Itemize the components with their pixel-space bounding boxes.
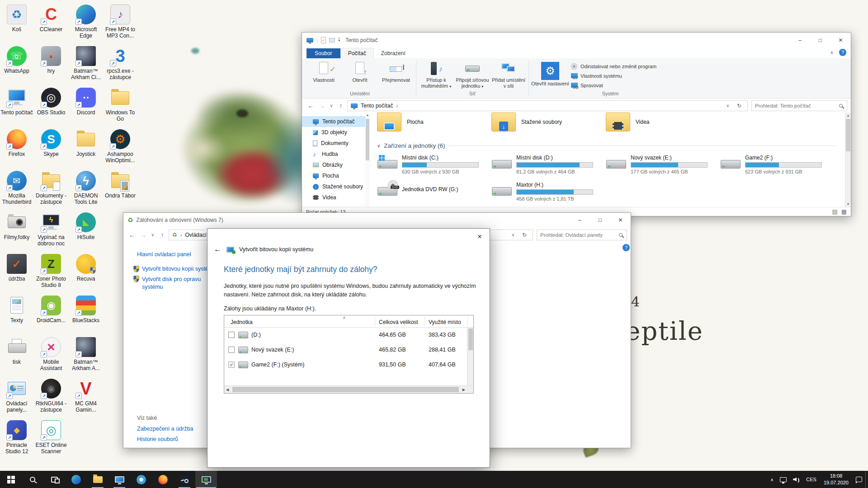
column-header-total-size[interactable]: Celková velikost (379, 319, 418, 325)
drive-checkbox[interactable] (228, 347, 235, 353)
desktop-icon[interactable]: ◆↗Pinnacle Studio 12 (0, 420, 33, 455)
sidebar-item[interactable]: 3D objekty (302, 127, 365, 138)
search-button[interactable] (22, 471, 43, 488)
desktop-icon[interactable]: ×↗Mobile Assistant (34, 337, 68, 372)
forward-button[interactable]: → (317, 102, 327, 109)
map-network-drive-button[interactable]: Připojit síťovou jednotku ▾ (454, 59, 491, 89)
recent-locations-icon[interactable]: ∨ (150, 232, 156, 237)
tab-view[interactable]: Zobrazení (374, 48, 413, 58)
address-dropdown-icon[interactable]: ∨ (510, 232, 516, 237)
desktop-icon[interactable]: ↗Dokumenty - zástupce (34, 171, 68, 206)
system-properties-button[interactable]: ✓ Vlastnosti systému (571, 72, 656, 80)
desktop-icon[interactable]: ☏↗WhatsApp (0, 46, 33, 74)
new-folder-quick-icon[interactable] (329, 38, 335, 42)
desktop-icon[interactable]: ↗Ovládací panely... (0, 379, 33, 413)
drive-tile[interactable]: DVDJednotka DVD RW (G:) (377, 182, 491, 202)
forward-button[interactable]: → (138, 231, 148, 239)
close-button[interactable]: ✕ (610, 213, 631, 227)
close-button[interactable]: ✕ (830, 33, 851, 47)
desktop-icon[interactable]: ⚙↗Ashampoo WinOptimi... (104, 129, 137, 164)
minimize-button[interactable]: – (790, 33, 810, 47)
desktop-icon[interactable]: ♪↗Free MP4 to MP3 Con... (104, 5, 137, 39)
steam-taskbar-button[interactable] (174, 471, 195, 488)
recent-locations-icon[interactable]: ∨ (328, 103, 335, 108)
desktop-icon[interactable]: ϟ↗Vypínač na dobrou noc (34, 212, 68, 247)
search-input[interactable] (540, 232, 619, 238)
sidebar-item[interactable]: Tento počítač (302, 116, 365, 127)
desktop-icon[interactable]: tisk (0, 337, 33, 365)
volume-icon[interactable] (790, 471, 803, 488)
show-desktop-button[interactable] (865, 471, 868, 488)
drive-tile[interactable]: Maxtor (H:)458 GB volných z 1,81 TB (491, 182, 606, 202)
create-system-image-link[interactable]: Vytvořit bitovou kopii systému (133, 266, 216, 272)
desktop-icon[interactable]: ϟ↗DAEMON Tools Lite (69, 171, 103, 206)
firefox-taskbar-button[interactable] (152, 471, 174, 488)
sidebar-item[interactable]: Dokumenty (302, 138, 365, 149)
edge-taskbar-button[interactable] (65, 471, 87, 488)
minimize-button[interactable]: – (570, 213, 590, 227)
scrollbar-thumb[interactable] (468, 328, 473, 350)
desktop-icon[interactable]: ◎↗OBS Studio (34, 88, 68, 116)
search-box[interactable] (751, 100, 847, 111)
properties-quick-icon[interactable]: ✓ (321, 37, 326, 43)
create-repair-disc-link[interactable]: Vytvořit disk pro opravu systému (133, 276, 202, 291)
desktop-icon[interactable]: Joystick (69, 129, 103, 157)
desktop-icon[interactable]: Ondra Tábor (104, 171, 137, 199)
scrollbar-thumb[interactable] (846, 119, 850, 151)
backup-taskbar-button[interactable] (195, 471, 217, 488)
breadcrumb-item[interactable]: Tento počítač (361, 103, 393, 109)
folder-tile[interactable]: Videa (606, 113, 720, 139)
tab-file[interactable]: Soubor (307, 48, 340, 58)
desktop-icon[interactable]: ↗Batman™ Arkham Ci... (69, 46, 103, 81)
search-box[interactable] (537, 230, 627, 240)
back-button[interactable]: ← (306, 102, 316, 109)
section-chevron-icon[interactable]: ∨ (377, 143, 380, 148)
maximize-button[interactable]: □ (590, 213, 610, 227)
task-label[interactable]: Vytvořit disk pro opravu systému (142, 276, 202, 291)
security-maintenance-link[interactable]: Zabezpečení a údržba (137, 426, 193, 432)
desktop-icon[interactable]: ↗Batman™ Arkham A... (69, 337, 103, 372)
task-label[interactable]: Vytvořit bitovou kopii systému (142, 266, 216, 272)
desktop-icon[interactable]: ✉↗Mozilla Thunderbird (0, 171, 33, 206)
content-scrollbar[interactable]: ▲ ▼ (845, 113, 851, 207)
tab-computer[interactable]: Počítač (340, 48, 374, 58)
back-button[interactable]: ← (127, 231, 137, 239)
maximize-button[interactable]: □ (810, 33, 830, 47)
breadcrumb-chevron-icon[interactable]: › (396, 103, 398, 108)
scroll-left-icon[interactable]: ◀ (226, 388, 229, 392)
task-view-button[interactable] (43, 471, 65, 488)
file-history-link[interactable]: Historie souborů (137, 436, 178, 442)
desktop-icon[interactable]: Texty (0, 296, 33, 324)
table-row[interactable]: (D:)464,65 GB383,43 GB (224, 328, 467, 343)
section-header-devices[interactable]: ∨ Zařízení a jednotky (6) (377, 142, 845, 149)
back-icon[interactable]: ← (214, 245, 222, 254)
desktop-icon[interactable]: • •↗Discord (69, 88, 103, 116)
desktop-icon[interactable]: C↗CCleaner (34, 5, 68, 33)
this-pc-taskbar-button[interactable] (108, 471, 130, 488)
sidebar-item[interactable]: Videa (302, 192, 365, 203)
desktop-icon[interactable]: 3↗rpcs3.exe - zástupce (104, 46, 137, 81)
desktop-icon[interactable]: ▲↗hry (34, 46, 68, 74)
sidebar-item[interactable]: ↓Stažené soubory (302, 181, 365, 192)
sidebar-item[interactable]: Obrázky (302, 160, 365, 170)
scroll-right-icon[interactable]: ▶ (462, 388, 465, 392)
up-button[interactable]: ↑ (336, 102, 346, 109)
folder-tile[interactable]: Plocha (377, 113, 491, 139)
desktop-icon[interactable]: S↗Skype (34, 129, 68, 157)
sidebar-item[interactable]: Plocha (302, 170, 365, 181)
media-access-button[interactable]: ♪ Přístup k multimédiím ▾ (418, 59, 454, 89)
collapse-ribbon-icon[interactable]: ∧ (830, 50, 834, 56)
sidebar-item[interactable]: ♪Hudba (302, 149, 365, 160)
table-row[interactable]: ✓Game2 (F:) (Systém)931,50 GB407,64 GB (224, 357, 467, 372)
scroll-down-icon[interactable]: ▼ (845, 202, 851, 206)
scroll-up-icon[interactable]: ▲ (845, 114, 851, 117)
column-header-drive[interactable]: Jednotka (231, 319, 253, 325)
desktop-icon[interactable]: ◉↗DroidCam... (34, 296, 68, 324)
desktop-icon[interactable]: ↗BlueStacks (69, 296, 103, 324)
desktop-icon[interactable]: ◣↗HiSuite (69, 212, 103, 240)
control-panel-home-link[interactable]: Hlavní ovládací panel (137, 251, 191, 258)
manage-button[interactable]: ⚙ Spravovat (571, 82, 656, 89)
notifications-icon[interactable] (853, 471, 865, 488)
desktop-icon[interactable]: ↗Firefox (0, 129, 33, 157)
desktop-icon[interactable]: ↗Microsoft Edge (69, 5, 103, 39)
